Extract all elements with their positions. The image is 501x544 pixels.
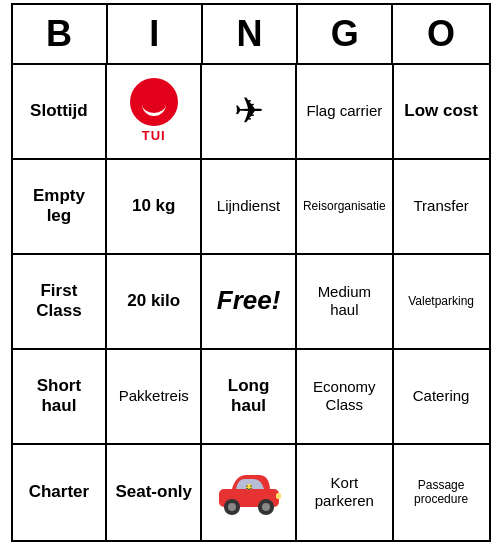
bingo-cell-r3c4: Medium haul [297,255,394,350]
cell-text-r2c2: 10 kg [132,196,175,216]
plane-icon: ✈ [234,89,264,132]
cell-text-r4c3: Long haul [208,376,289,417]
tui-label: TUI [142,128,166,144]
bingo-cell-r4c2: Pakketreis [107,350,202,445]
svg-point-2 [228,503,236,511]
bingo-cell-r5c1: Charter [13,445,108,540]
cell-text-r1c4: Flag carrier [306,102,382,120]
bingo-cell-r1c3: ✈ [202,65,297,160]
bingo-cell-r1c1: Slottijd [13,65,108,160]
bingo-cell-r5c2: Seat-only [107,445,202,540]
bingo-grid: Slottijd TUI ✈Flag carrierLow costEmpty … [13,65,489,540]
bingo-cell-r1c5: Low cost [394,65,489,160]
header-letter-i: I [108,5,203,63]
bingo-cell-r4c1: Short haul [13,350,108,445]
header-letter-g: G [298,5,393,63]
header-letter-n: N [203,5,298,63]
bingo-cell-r2c2: 10 kg [107,160,202,255]
bingo-cell-r3c1: First Class [13,255,108,350]
cell-text-r3c2: 20 kilo [127,291,180,311]
bingo-cell-r2c4: Reisorganisatie [297,160,394,255]
cell-text-r4c1: Short haul [19,376,100,417]
tui-logo: TUI [130,78,178,144]
cell-text-r4c5: Catering [413,387,470,405]
bingo-header: BINGO [13,5,489,65]
free-label: Free! [217,285,281,316]
bingo-cell-r3c3: Free! [202,255,297,350]
cell-text-r5c2: Seat-only [115,482,192,502]
cell-text-r5c4: Kort parkeren [303,474,386,510]
cell-text-r4c2: Pakketreis [119,387,189,405]
cell-text-r2c3: Lijndienst [217,197,280,215]
cell-text-r5c5: Passage procedure [400,478,483,507]
bingo-cell-r2c1: Empty leg [13,160,108,255]
cell-text-r5c1: Charter [29,482,89,502]
bingo-cell-r3c2: 20 kilo [107,255,202,350]
bingo-cell-r4c5: Catering [394,350,489,445]
bingo-cell-r4c3: Long haul [202,350,297,445]
cell-text-r3c1: First Class [19,281,100,322]
cell-text-r3c5: Valetparking [408,294,474,308]
cell-text-r1c1: Slottijd [30,101,88,121]
bingo-cell-r2c3: Lijndienst [202,160,297,255]
cell-text-r2c1: Empty leg [19,186,100,227]
bingo-card: BINGO Slottijd TUI ✈Flag carrierLow cost… [11,3,491,542]
car-icon [214,467,284,517]
svg-rect-5 [276,493,281,499]
bingo-cell-r1c2: TUI [107,65,202,160]
svg-point-7 [246,485,248,487]
bingo-cell-r3c5: Valetparking [394,255,489,350]
svg-point-8 [250,485,252,487]
cell-text-r1c5: Low cost [404,101,478,121]
bingo-cell-r1c4: Flag carrier [297,65,394,160]
header-letter-b: B [13,5,108,63]
bingo-cell-r2c5: Transfer [394,160,489,255]
header-letter-o: O [393,5,488,63]
cell-text-r3c4: Medium haul [303,283,386,319]
svg-point-4 [262,503,270,511]
bingo-cell-r5c4: Kort parkeren [297,445,394,540]
bingo-cell-r5c5: Passage procedure [394,445,489,540]
cell-text-r2c5: Transfer [413,197,468,215]
tui-smile-icon [130,78,178,126]
cell-text-r4c4: Economy Class [303,378,386,414]
bingo-cell-r5c3 [202,445,297,540]
cell-text-r2c4: Reisorganisatie [303,199,386,213]
bingo-cell-r4c4: Economy Class [297,350,394,445]
